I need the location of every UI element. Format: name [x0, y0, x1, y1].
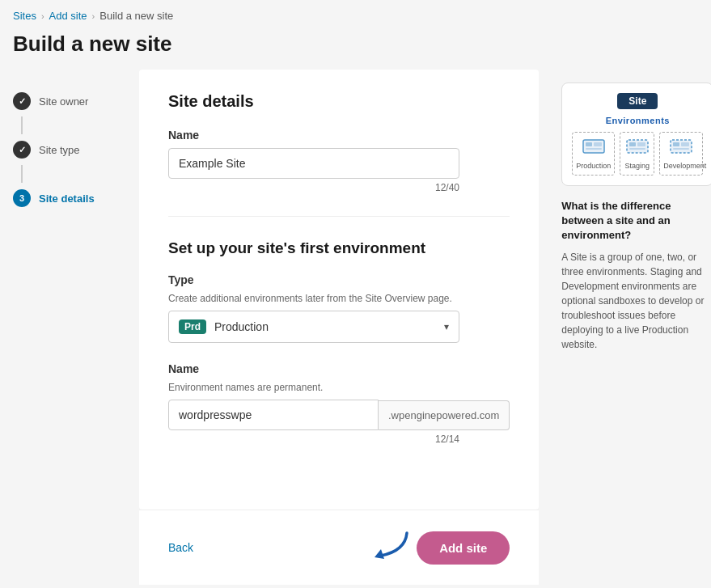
type-dropdown[interactable]: Prd Production ▾ [168, 311, 459, 343]
step-circle-3: 3 [13, 189, 31, 207]
env-box-development: Development [659, 132, 703, 176]
sidebar-item-site-owner[interactable]: ✓ Site owner [13, 86, 116, 116]
env-name-input[interactable] [168, 400, 379, 430]
svg-rect-11 [681, 142, 689, 146]
name-field-group: Name 12/40 [168, 129, 510, 193]
site-name-input[interactable] [168, 148, 459, 179]
svg-rect-7 [637, 142, 645, 146]
svg-rect-2 [586, 142, 592, 146]
env-char-count: 12/14 [168, 434, 459, 445]
env-name-field-group: Name Environment names are permanent. .w… [168, 362, 510, 445]
env-domain-suffix: .wpenginepowered.com [379, 400, 510, 430]
footer-bar: Back Add site [139, 510, 539, 585]
svg-rect-3 [594, 142, 602, 146]
env-name-row: .wpenginepowered.com [168, 400, 510, 430]
production-label: Production [576, 162, 611, 170]
env-boxes: Production Staging [572, 132, 703, 176]
env-name-sublabel: Environment names are permanent. [168, 382, 510, 393]
svg-rect-12 [673, 148, 689, 150]
development-icon [663, 137, 699, 159]
right-panel: Site Environments Production [548, 70, 711, 585]
diagram-desc-title: What is the difference between a site an… [561, 199, 711, 243]
sidebar-label-site-owner: Site owner [39, 95, 88, 108]
site-details-title: Site details [168, 92, 510, 111]
breadcrumb-add-site-link[interactable]: Add site [49, 10, 87, 22]
diagram-card: Site Environments Production [561, 82, 711, 186]
svg-rect-1 [583, 140, 604, 153]
type-label: Type [168, 273, 510, 286]
svg-rect-9 [671, 140, 692, 153]
back-link[interactable]: Back [168, 541, 193, 554]
svg-rect-6 [629, 142, 636, 146]
production-icon [576, 137, 611, 159]
breadcrumb-sites-link[interactable]: Sites [13, 10, 36, 22]
breadcrumb-sep-2: › [92, 11, 95, 21]
staging-label: Staging [624, 162, 650, 170]
env-section-title: Set up your site's first environment [168, 239, 510, 257]
breadcrumb-sep-1: › [41, 11, 44, 21]
site-tag: Site [617, 93, 658, 109]
sidebar-label-site-details: Site details [39, 192, 95, 205]
breadcrumb-current: Build a new site [99, 10, 173, 22]
content-area: Site details Name 12/40 Set up your site… [139, 70, 539, 510]
sidebar-item-site-details[interactable]: 3 Site details [13, 183, 116, 214]
page-title: Build a new site [0, 32, 711, 70]
sidebar-label-site-type: Site type [39, 144, 80, 156]
sidebar-item-site-type[interactable]: ✓ Site type [13, 134, 116, 165]
name-label: Name [168, 129, 510, 142]
svg-rect-8 [629, 148, 645, 150]
add-site-button[interactable]: Add site [417, 531, 510, 565]
curved-arrow-icon [368, 527, 413, 569]
staging-icon [624, 137, 650, 159]
svg-rect-10 [673, 142, 679, 146]
selected-type-label: Production [214, 320, 269, 333]
sidebar: ✓ Site owner ✓ Site type 3 Site details [0, 70, 129, 585]
prd-badge: Prd [179, 319, 206, 334]
env-box-staging: Staging [620, 132, 654, 176]
step-line-1 [21, 116, 23, 134]
env-box-production: Production [572, 132, 615, 176]
env-name-label: Name [168, 362, 510, 375]
svg-rect-4 [586, 148, 602, 150]
breadcrumb: Sites › Add site › Build a new site [0, 0, 711, 32]
diagram-description: What is the difference between a site an… [561, 199, 711, 352]
diagram-top: Site [572, 93, 703, 109]
type-field-group: Type Create additional environments late… [168, 273, 510, 343]
diagram-desc-text: A Site is a group of one, two, or three … [561, 250, 711, 352]
arrow-decoration: Add site [368, 527, 510, 569]
chevron-down-icon: ▾ [444, 321, 449, 332]
environments-label: Environments [572, 116, 703, 125]
step-circle-2: ✓ [13, 141, 31, 159]
name-char-count: 12/40 [168, 182, 459, 193]
dropdown-left: Prd Production [179, 319, 269, 334]
svg-rect-5 [627, 140, 648, 153]
step-line-2 [21, 165, 23, 183]
type-sublabel: Create additional environments later fro… [168, 293, 510, 304]
development-label: Development [663, 162, 699, 170]
step-circle-1: ✓ [13, 92, 31, 110]
section-divider [168, 216, 510, 217]
